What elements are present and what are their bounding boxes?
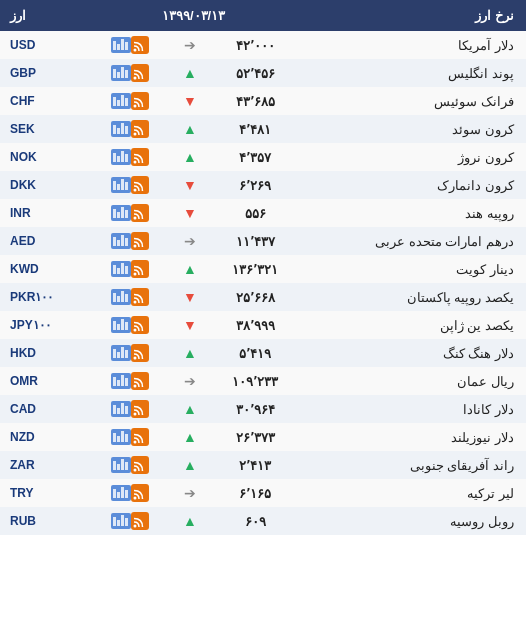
svg-rect-125 (125, 518, 128, 526)
svg-rect-60 (117, 268, 120, 274)
currency-value: ۲۵٬۶۶۸ (211, 283, 299, 311)
svg-rect-34 (125, 154, 128, 162)
icons-cell[interactable] (87, 283, 168, 311)
arrow-down-icon: ▼ (183, 177, 197, 193)
trend-cell: ➔ (169, 367, 212, 395)
currency-code: PKR۱۰۰ (0, 283, 87, 311)
rss-icon[interactable] (131, 372, 149, 390)
icons-cell[interactable] (87, 227, 168, 255)
rss-icon[interactable] (131, 232, 149, 250)
currency-value: ۱۳۶٬۳۲۱ (211, 255, 299, 283)
chart-icon[interactable] (111, 65, 131, 81)
rss-icon[interactable] (131, 400, 149, 418)
rss-icon[interactable] (131, 428, 149, 446)
icons-cell[interactable] (87, 367, 168, 395)
currency-code: CAD (0, 395, 87, 423)
trend-cell: ➔ (169, 31, 212, 59)
currency-name: ریال عمان (300, 367, 526, 395)
rss-icon[interactable] (131, 456, 149, 474)
currency-value: ۴۳٬۶۸۵ (211, 87, 299, 115)
icons-cell[interactable] (87, 423, 168, 451)
icons-cell[interactable] (87, 255, 168, 283)
trend-cell: ▼ (169, 87, 212, 115)
chart-icon[interactable] (111, 401, 131, 417)
svg-rect-124 (121, 515, 124, 526)
svg-rect-13 (125, 70, 128, 78)
chart-icon[interactable] (111, 261, 131, 277)
trend-cell: ▲ (169, 507, 212, 535)
svg-rect-20 (125, 98, 128, 106)
rss-icon[interactable] (131, 92, 149, 110)
chart-icon[interactable] (111, 485, 131, 501)
rss-icon[interactable] (131, 316, 149, 334)
table-row: روپیه هند۵۵۶▼ INR (0, 199, 526, 227)
rss-icon[interactable] (131, 120, 149, 138)
currency-code: INR (0, 199, 87, 227)
icons-cell[interactable] (87, 479, 168, 507)
chart-icon[interactable] (111, 373, 131, 389)
icons-cell[interactable] (87, 507, 168, 535)
rss-icon[interactable] (131, 344, 149, 362)
arrow-up-icon: ▲ (183, 149, 197, 165)
svg-point-85 (133, 385, 136, 388)
icons-cell[interactable] (87, 339, 168, 367)
currency-name: لیر ترکیه (300, 479, 526, 507)
currency-name: دلار نیوزیلند (300, 423, 526, 451)
icons-cell[interactable] (87, 59, 168, 87)
currency-code: CHF (0, 87, 87, 115)
chart-icon[interactable] (111, 177, 131, 193)
rss-icon[interactable] (131, 64, 149, 82)
rss-icon[interactable] (131, 36, 149, 54)
rss-icon[interactable] (131, 260, 149, 278)
table-row: دلار کانادا۳۰٬۹۶۴▲ CAD (0, 395, 526, 423)
svg-rect-48 (125, 210, 128, 218)
icons-cell[interactable] (87, 171, 168, 199)
svg-rect-39 (117, 184, 120, 190)
svg-rect-80 (113, 349, 116, 358)
trend-cell: ▼ (169, 199, 212, 227)
svg-rect-82 (121, 347, 124, 358)
currency-value: ۵٬۴۱۹ (211, 339, 299, 367)
chart-icon[interactable] (111, 121, 131, 137)
chart-icon[interactable] (111, 289, 131, 305)
chart-icon[interactable] (111, 429, 131, 445)
chart-icon[interactable] (111, 513, 131, 529)
currency-name: دلار کانادا (300, 395, 526, 423)
icons-cell[interactable] (87, 199, 168, 227)
icons-cell[interactable] (87, 87, 168, 115)
rss-icon[interactable] (131, 148, 149, 166)
currency-code: HKD (0, 339, 87, 367)
icons-cell[interactable] (87, 143, 168, 171)
chart-icon[interactable] (111, 317, 131, 333)
trend-cell: ▲ (169, 339, 212, 367)
icons-cell[interactable] (87, 311, 168, 339)
icons-cell[interactable] (87, 451, 168, 479)
table-row: پوند انگلیس۵۲٬۴۵۶▲ GBP (0, 59, 526, 87)
rss-icon[interactable] (131, 484, 149, 502)
chart-icon[interactable] (111, 233, 131, 249)
chart-icon[interactable] (111, 205, 131, 221)
icons-cell[interactable] (87, 115, 168, 143)
rss-icon[interactable] (131, 512, 149, 530)
chart-icon[interactable] (111, 37, 131, 53)
svg-point-99 (133, 441, 136, 444)
trend-cell: ▼ (169, 171, 212, 199)
chart-icon[interactable] (111, 345, 131, 361)
icons-cell[interactable] (87, 31, 168, 59)
icons-cell[interactable] (87, 395, 168, 423)
chart-icon[interactable] (111, 457, 131, 473)
svg-rect-38 (113, 181, 116, 190)
trend-cell: ▼ (169, 283, 212, 311)
rss-icon[interactable] (131, 204, 149, 222)
currency-name: کرون دانمارک (300, 171, 526, 199)
currency-value: ۴٬۳۵۷ (211, 143, 299, 171)
chart-icon[interactable] (111, 149, 131, 165)
rss-icon[interactable] (131, 288, 149, 306)
rss-icon[interactable] (131, 176, 149, 194)
currency-table: نرخ ارز ۱۳۹۹/۰۳/۱۳ ارز دلار آمریکا۴۲٬۰۰۰… (0, 0, 526, 535)
table-row: راند آفریقای جنوبی۲٬۴۱۳▲ ZAR (0, 451, 526, 479)
svg-rect-74 (117, 324, 120, 330)
svg-rect-33 (121, 151, 124, 162)
chart-icon[interactable] (111, 93, 131, 109)
arrow-up-icon: ▲ (183, 401, 197, 417)
